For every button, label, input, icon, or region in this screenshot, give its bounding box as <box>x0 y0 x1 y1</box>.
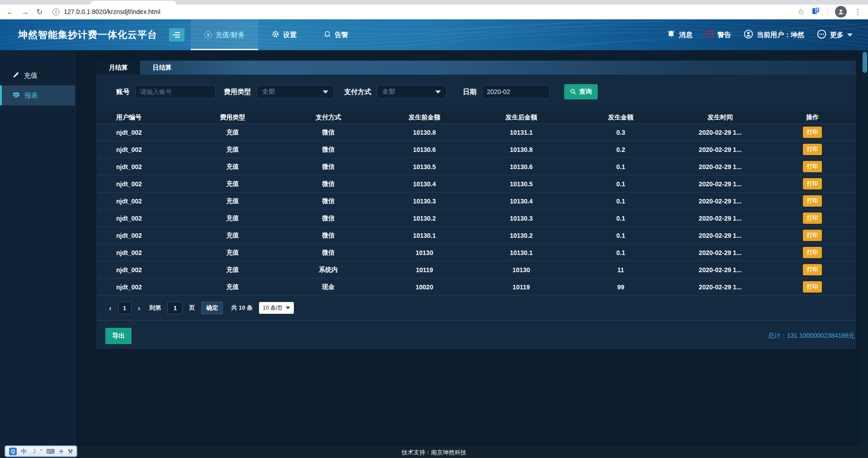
cell-fee-type: 充值 <box>185 180 280 188</box>
main-nav: ¥ 充值/财务 设置 告警 <box>191 19 362 50</box>
cell-amount-before: 10119 <box>377 266 472 274</box>
sidebar-item-recharge[interactable]: 充值 <box>0 66 75 85</box>
nav-item-recharge-finance[interactable]: ¥ 充值/财务 <box>191 19 258 50</box>
cell-fee-type: 充值 <box>185 197 280 205</box>
browser-active-tab[interactable] <box>90 1 176 5</box>
print-button[interactable]: 打印 <box>803 247 822 258</box>
gear-icon <box>272 30 279 39</box>
bookmark-star-icon[interactable]: ☆ <box>797 8 805 16</box>
print-button[interactable]: 打印 <box>803 281 822 293</box>
cell-account: njdt_002 <box>96 232 185 239</box>
ime-punctuation-icon[interactable]: ” <box>40 449 42 454</box>
ime-moon-icon[interactable]: ☽ <box>31 449 36 454</box>
sidebar-item-label: 报表 <box>24 91 38 100</box>
cell-actions: 打印 <box>769 127 856 138</box>
extension-icon[interactable] <box>812 7 820 17</box>
page-size-select[interactable]: 10 条/页 <box>259 302 294 314</box>
page-scrollbar[interactable] <box>862 50 868 458</box>
fee-type-value: 全部 <box>262 88 275 96</box>
filter-bar: 账号 费用类型 全部 支付方式 全部 日期 查询 <box>96 84 856 100</box>
more-button[interactable]: 更多 <box>817 29 853 40</box>
more-label: 更多 <box>830 31 844 39</box>
ime-logo-icon[interactable]: Q <box>9 448 17 455</box>
cell-amount: 11 <box>570 266 671 274</box>
tab-daily-settlement[interactable]: 日结算 <box>140 61 184 75</box>
select-caret-icon <box>435 90 441 94</box>
search-button[interactable]: 查询 <box>564 84 598 99</box>
alerts-label: 警告 <box>717 31 731 39</box>
current-page-box[interactable]: 1 <box>118 302 132 314</box>
export-button[interactable]: 导出 <box>105 328 132 344</box>
cell-amount: 0.1 <box>570 249 671 256</box>
print-button[interactable]: 打印 <box>803 178 822 189</box>
ime-wrench-icon[interactable]: ⚒ <box>68 449 73 454</box>
settlement-table: 用户编号费用类型支付方式发生前金额发生后金额发生金额发生时间操作 njdt_00… <box>96 111 856 296</box>
goto-page-input[interactable] <box>167 302 183 314</box>
messages-button[interactable]: 消息 <box>667 30 693 40</box>
cell-time: 2020-02-29 1... <box>671 198 769 205</box>
cell-amount-after: 10130.8 <box>472 146 571 153</box>
cell-amount-after: 10130.2 <box>472 232 571 239</box>
prev-page-icon[interactable]: ‹ <box>109 304 112 312</box>
cell-fee-type: 充值 <box>185 128 280 137</box>
reload-icon[interactable]: ↻ <box>36 8 42 16</box>
browser-profile-avatar[interactable] <box>835 6 847 18</box>
print-button[interactable]: 打印 <box>803 161 822 172</box>
print-button[interactable]: 打印 <box>803 144 822 155</box>
cell-time: 2020-02-29 1... <box>671 163 769 170</box>
cell-pay-method: 微信 <box>280 146 377 154</box>
goto-confirm-button[interactable]: 确定 <box>201 302 223 314</box>
print-button[interactable]: 打印 <box>803 264 822 275</box>
next-page-icon[interactable]: › <box>138 304 141 312</box>
messages-label: 消息 <box>679 31 693 39</box>
cell-amount-after: 10130 <box>472 266 571 274</box>
site-info-icon[interactable]: i <box>52 9 59 15</box>
menu-fold-button[interactable] <box>169 28 184 42</box>
ime-move-icon[interactable]: ✛ <box>59 449 64 454</box>
alerts-button[interactable]: 警告 <box>705 30 731 40</box>
cell-pay-method: 现金 <box>280 283 377 291</box>
cell-fee-type: 充值 <box>185 266 280 274</box>
current-user-button[interactable]: 当前用户：坤然 <box>744 29 804 40</box>
nav-item-settings[interactable]: 设置 <box>258 19 310 50</box>
cell-time: 2020-02-29 1... <box>671 266 769 274</box>
account-input[interactable] <box>135 85 216 99</box>
print-button[interactable]: 打印 <box>803 195 822 207</box>
nav-item-alarms[interactable]: 告警 <box>310 19 362 50</box>
browser-menu-icon[interactable]: ⋮ <box>854 8 862 16</box>
date-input[interactable] <box>482 85 550 99</box>
nav-label: 充值/财务 <box>216 31 245 39</box>
cell-amount-before: 10130 <box>377 249 472 256</box>
cell-actions: 打印 <box>769 281 856 293</box>
cell-account: njdt_002 <box>96 146 185 153</box>
current-user-label: 当前用户：坤然 <box>757 31 804 39</box>
ime-keyboard-icon[interactable]: ⌨ <box>46 449 55 454</box>
scrollbar-thumb[interactable] <box>863 52 867 73</box>
fee-type-select[interactable]: 全部 <box>256 85 334 99</box>
cell-amount: 0.3 <box>570 129 671 136</box>
tab-monthly-settlement[interactable]: 月结算 <box>96 61 140 75</box>
table-row: njdt_002充值现金1002010119992020-02-29 1...打… <box>96 279 856 296</box>
table-body: njdt_002充值微信10130.810131.10.32020-02-29 … <box>96 124 856 296</box>
print-button[interactable]: 打印 <box>803 127 822 138</box>
forward-icon[interactable]: → <box>21 8 29 16</box>
print-button[interactable]: 打印 <box>803 212 822 224</box>
sidebar: 充值 报表 <box>0 50 75 447</box>
sidebar-item-reports[interactable]: 报表 <box>0 85 75 105</box>
column-header: 操作 <box>769 113 856 122</box>
cell-actions: 打印 <box>769 212 856 224</box>
address-bar[interactable]: i 127.0.0.1:8020/krznsdjf/index.html <box>50 6 790 18</box>
cell-fee-type: 充值 <box>185 163 280 171</box>
ime-chinese-mode-icon[interactable]: 中 <box>21 449 27 454</box>
back-icon[interactable]: ← <box>6 8 14 16</box>
cell-time: 2020-02-29 1... <box>671 146 769 153</box>
cell-fee-type: 充值 <box>185 214 280 222</box>
cell-amount-after: 10130.6 <box>472 163 571 170</box>
sidebar-item-label: 充值 <box>24 71 38 80</box>
pay-method-select[interactable]: 全部 <box>377 85 447 99</box>
cell-pay-method: 系统内 <box>280 266 377 274</box>
total-amount-text: 总计：131.10000002384186元 <box>768 332 855 340</box>
print-button[interactable]: 打印 <box>803 230 822 241</box>
cell-amount-before: 10130.5 <box>377 163 472 170</box>
yen-circle-icon: ¥ <box>204 31 212 39</box>
